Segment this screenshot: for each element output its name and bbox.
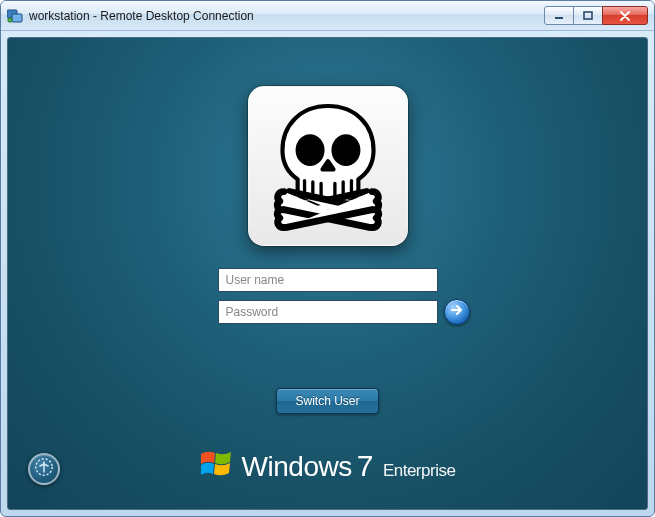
close-button[interactable] <box>602 6 648 25</box>
arrow-right-icon <box>450 303 464 321</box>
rdc-icon <box>7 8 23 24</box>
switch-user-label: Switch User <box>295 394 359 408</box>
titlebar[interactable]: workstation - Remote Desktop Connection <box>1 1 654 31</box>
svg-rect-1 <box>12 14 22 22</box>
password-input[interactable] <box>218 300 438 324</box>
brand-edition: Enterprise <box>383 461 455 481</box>
rdc-window: workstation - Remote Desktop Connection <box>0 0 655 517</box>
submit-button[interactable] <box>444 299 470 325</box>
window-controls <box>545 6 648 25</box>
os-branding: Windows7 Enterprise <box>8 447 647 485</box>
minimize-button[interactable] <box>544 6 574 25</box>
svg-rect-3 <box>555 17 563 19</box>
logon-screen: Switch User <box>7 37 648 510</box>
brand-text: Windows7 Enterprise <box>242 449 456 483</box>
switch-user-button[interactable]: Switch User <box>276 388 378 414</box>
svg-rect-4 <box>584 12 592 19</box>
credentials-form <box>186 268 470 324</box>
window-title: workstation - Remote Desktop Connection <box>29 9 545 23</box>
username-input[interactable] <box>218 268 438 292</box>
brand-product: Windows <box>242 451 352 483</box>
brand-version: 7 <box>357 449 373 483</box>
svg-point-6 <box>333 136 358 164</box>
skull-crossbones-icon <box>259 95 397 237</box>
svg-point-5 <box>297 136 322 164</box>
maximize-button[interactable] <box>573 6 603 25</box>
windows-logo-icon <box>200 447 234 485</box>
user-avatar <box>248 86 408 246</box>
svg-point-2 <box>8 17 12 21</box>
